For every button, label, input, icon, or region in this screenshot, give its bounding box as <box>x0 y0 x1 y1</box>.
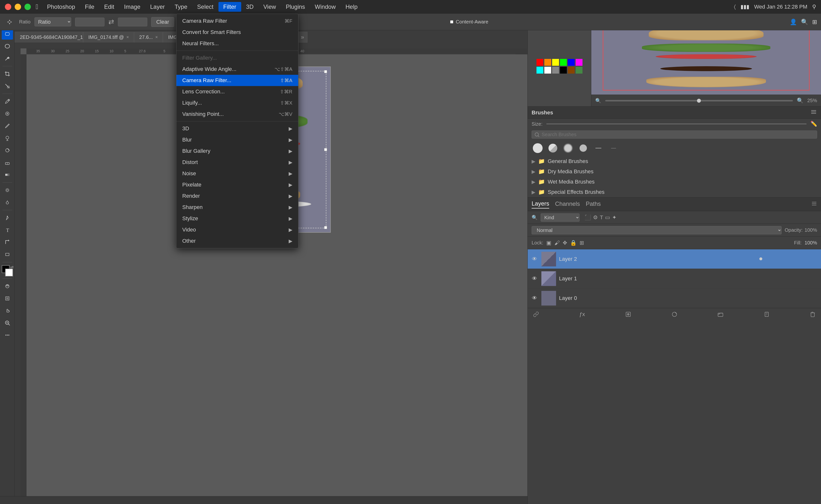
filter-menu-blur[interactable]: Blur ▶ <box>176 134 298 145</box>
tabs-overflow-button[interactable]: » <box>298 32 308 43</box>
menu-filter[interactable]: Filter <box>219 2 241 12</box>
pen-tool[interactable] <box>2 212 13 223</box>
quick-mask-tool[interactable] <box>2 281 13 292</box>
maximize-button[interactable] <box>24 4 31 10</box>
brush-preset-6[interactable] <box>607 142 620 154</box>
slice-tool[interactable] <box>2 80 13 92</box>
swatch[interactable] <box>552 59 559 66</box>
blur-tool[interactable] <box>2 185 13 196</box>
filter-menu-adaptive-wide[interactable]: Adaptive Wide Angle... ⌥⇧⌘A <box>176 64 298 75</box>
layers-panel-options-icon[interactable] <box>811 201 817 208</box>
brush-size-slider[interactable] <box>546 123 807 124</box>
zoom-slider[interactable] <box>605 100 793 101</box>
options-ratio-select[interactable]: Ratio W x H x Resolution Original Ratio <box>34 17 71 26</box>
menu-plugins[interactable]: Plugins <box>281 2 310 12</box>
tab-close-icon[interactable]: × <box>155 35 158 40</box>
brush-edit-icon[interactable]: ✏️ <box>810 121 817 127</box>
hand-tool[interactable] <box>2 305 13 316</box>
brush-group-dry[interactable]: ▶ 📁 Dry Media Brushes <box>528 166 821 177</box>
layer-item-layer1[interactable]: 👁 Layer 1 <box>528 269 821 288</box>
brush-tool[interactable] <box>2 120 13 131</box>
filter-menu-3d[interactable]: 3D ▶ <box>176 123 298 134</box>
swatch[interactable] <box>552 67 559 74</box>
swatch[interactable] <box>568 67 575 74</box>
layer-mask-icon[interactable] <box>624 310 633 319</box>
smart-filter-icon[interactable]: ✦ <box>612 214 617 221</box>
layer-delete-icon[interactable] <box>808 310 817 319</box>
filter-menu-camera-raw[interactable]: Camera Raw Filter ⌘F <box>176 15 298 27</box>
brush-group-general[interactable]: ▶ 📁 General Brushes <box>528 156 821 166</box>
layer-adjustment-icon[interactable] <box>670 310 679 319</box>
brush-preset-4[interactable] <box>577 142 589 154</box>
layer-item-layer0[interactable]: 👁 Layer 0 <box>528 288 821 308</box>
eyedropper-tool[interactable] <box>2 96 13 107</box>
color-swatch[interactable]: ⇄ <box>2 265 13 276</box>
handle-tr[interactable] <box>324 70 327 73</box>
brush-preset-5[interactable] <box>592 142 604 154</box>
clone-tool[interactable] <box>2 132 13 144</box>
handle-mr[interactable] <box>324 148 327 151</box>
layer-item-layer2[interactable]: 👁 Layer 2 <box>528 249 821 269</box>
brush-preset-2[interactable] <box>547 142 559 154</box>
menu-layer[interactable]: Layer <box>145 2 170 12</box>
dodge-tool[interactable] <box>2 197 13 208</box>
more-tools[interactable] <box>2 329 13 341</box>
menu-3d[interactable]: 3D <box>241 2 259 12</box>
apple-icon[interactable]:  <box>36 3 38 11</box>
brush-group-special[interactable]: ▶ 📁 Special Effects Brushes <box>528 187 821 197</box>
clear-button[interactable]: Clear <box>151 17 174 27</box>
arrange-icon[interactable]: ⊞ <box>812 19 817 25</box>
tab-paths[interactable]: Paths <box>586 200 600 208</box>
zoom-out-icon[interactable]: 🔍 <box>595 98 601 104</box>
brush-search-input[interactable] <box>542 132 814 137</box>
filter-menu-sharpen[interactable]: Sharpen ▶ <box>176 202 298 213</box>
filter-menu-camera-raw-filter[interactable]: Camera Raw Filter... ⇧⌘A <box>176 75 298 86</box>
filter-menu-render[interactable]: Render ▶ <box>176 190 298 202</box>
filter-dropdown-menu[interactable]: Camera Raw Filter ⌘F Convert for Smart F… <box>176 14 299 248</box>
tab-channels[interactable]: Channels <box>555 200 580 208</box>
filter-menu-neural-filters[interactable]: Neural Filters... <box>176 38 298 49</box>
menu-view[interactable]: View <box>259 2 281 12</box>
lock-all-icon[interactable]: ⊞ <box>579 240 584 246</box>
lock-artboard-icon[interactable]: ✥ <box>563 240 567 246</box>
menu-image[interactable]: Image <box>119 2 145 12</box>
shape-filter-icon[interactable]: ▭ <box>605 214 610 221</box>
screen-mode-tool[interactable] <box>2 293 13 304</box>
adj-filter-icon[interactable]: ⚙ <box>593 214 598 221</box>
menu-type[interactable]: Type <box>170 2 192 12</box>
search-options-icon[interactable]: 🔍 <box>801 19 808 25</box>
tab-layers[interactable]: Layers <box>531 200 549 208</box>
lock-transparent-icon[interactable]: ▣ <box>546 240 551 246</box>
filter-menu-vanishing-point[interactable]: Vanishing Point... ⌥⌘V <box>176 109 298 120</box>
opacity-value[interactable]: 100% <box>805 227 817 233</box>
wand-tool[interactable] <box>2 53 13 64</box>
filter-menu-noise[interactable]: Noise ▶ <box>176 168 298 179</box>
zoom-tool[interactable] <box>2 317 13 329</box>
brush-preset-1[interactable] <box>531 142 544 154</box>
swap-dimensions-icon[interactable]: ⇄ <box>108 18 114 26</box>
tab-2ed[interactable]: 2ED-9345-6684CA190847_1_105_c.jpeg × <box>15 32 83 43</box>
layer-fx-icon[interactable]: ƒx <box>578 310 586 319</box>
lock-position-icon[interactable]: 🔒 <box>570 240 576 246</box>
swatch[interactable] <box>568 59 575 66</box>
menu-photoshop[interactable]: Photoshop <box>42 2 80 12</box>
tab-img0174[interactable]: IMG_0174.tiff @ × <box>83 32 134 43</box>
filter-menu-convert-smart[interactable]: Convert for Smart Filters <box>176 27 298 38</box>
swatch[interactable] <box>536 59 543 66</box>
eraser-tool[interactable] <box>2 157 13 168</box>
menu-file[interactable]: File <box>80 2 99 12</box>
layer-group-icon[interactable] <box>716 310 725 319</box>
handle-br[interactable] <box>324 226 327 229</box>
heal-tool[interactable] <box>2 108 13 119</box>
swatch[interactable] <box>560 59 567 66</box>
layer-link-icon[interactable] <box>531 310 540 319</box>
type-tool[interactable]: T <box>2 224 13 236</box>
layer-visibility-toggle[interactable]: 👁 <box>531 295 538 301</box>
type-filter-icon[interactable]: T <box>600 214 603 221</box>
filter-menu-other[interactable]: Other ▶ <box>176 235 298 247</box>
layer-blend-mode-select[interactable]: Normal Dissolve Multiply Screen Overlay <box>531 226 782 234</box>
crop-tool[interactable] <box>2 68 13 79</box>
swatch[interactable] <box>575 59 582 66</box>
fill-value[interactable]: 100% <box>805 240 817 246</box>
background-color[interactable] <box>5 269 13 276</box>
